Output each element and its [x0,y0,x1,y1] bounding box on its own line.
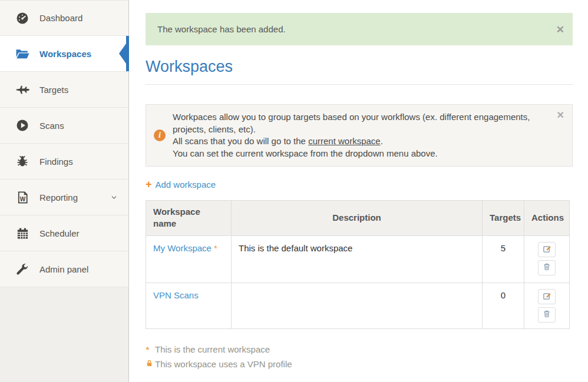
info-box: i Workpaces allow you to group targets b… [146,104,573,167]
trash-icon [543,263,551,273]
table-header-row: Workspace name Description Targets Actio… [146,201,570,236]
success-alert: The workspace has been added. ✕ [146,13,573,45]
info-line-2-prefix: All scans that you do will go to the [173,136,308,146]
info-line-1: Workpaces allow you to group targets bas… [173,111,549,135]
fighter-jet-icon [12,82,32,97]
add-workspace-label: Add workspace [156,180,216,190]
workspace-link[interactable]: VPN Scans [153,290,199,300]
sidebar: Dashboard Workspaces Targets [0,0,129,382]
trash-icon [543,310,551,320]
workspace-name-cell: VPN Scans [146,283,232,328]
column-header-targets: Targets [483,201,524,236]
svg-text:W: W [19,195,25,202]
info-line-3: You can set the current workspace from t… [173,148,549,160]
sidebar-item-label: Dashboard [39,13,82,23]
actions-cell [524,283,570,328]
delete-workspace-button[interactable] [538,307,556,323]
sidebar-item-label: Reporting [39,192,78,202]
lock-icon [146,359,153,369]
main-content: The workspace has been added. ✕ Workspac… [129,0,588,382]
heading-divider [146,84,573,85]
footnote-vpn-profile: This workspace uses a VPN profile [146,359,573,369]
info-line-2: All scans that you do will go to the cur… [173,135,549,148]
edit-workspace-button[interactable] [538,242,556,257]
sidebar-item-scans[interactable]: Scans [0,108,128,144]
current-workspace-marker: * [214,243,217,253]
sidebar-item-label: Scans [39,121,64,131]
sidebar-item-label: Scheduler [39,228,80,238]
sidebar-item-reporting[interactable]: W Reporting [0,180,128,215]
table-row: VPN Scans 0 [146,283,570,328]
footnote-current-workspace: * This is the current workspace [146,343,573,356]
folder-open-icon [12,46,32,61]
edit-workspace-button[interactable] [538,289,556,304]
sidebar-item-label: Findings [39,157,73,167]
page-title: Workspaces [146,55,573,76]
sidebar-item-workspaces[interactable]: Workspaces [0,36,128,72]
plus-icon: + [146,179,152,190]
chevron-down-icon [110,194,118,201]
sidebar-item-dashboard[interactable]: Dashboard [0,0,128,36]
asterisk-icon: * [146,343,150,356]
footnote-text: This workspace uses a VPN profile [155,359,292,369]
sidebar-item-targets[interactable]: Targets [0,72,128,108]
sidebar-item-findings[interactable]: Findings [0,144,128,180]
close-icon[interactable]: ✕ [556,24,564,34]
calendar-icon [12,227,32,240]
column-header-workspace-name: Workspace name [146,201,232,236]
info-line-2-suffix: . [381,136,383,146]
targets-count: 0 [483,283,524,328]
add-workspace-button[interactable]: + Add workspace [146,179,216,190]
alert-message: The workspace has been added. [157,24,286,34]
current-workspace-link[interactable]: current workspace [308,136,381,146]
sidebar-item-admin-panel[interactable]: Admin panel [0,251,128,287]
app-window: Dashboard Workspaces Targets [0,0,588,382]
sidebar-item-label: Targets [39,85,68,95]
word-document-icon: W [12,191,32,204]
column-header-actions: Actions [524,201,570,236]
workspaces-table: Workspace name Description Targets Actio… [146,200,570,329]
targets-count: 5 [483,235,524,283]
workspace-link[interactable]: My Workspace [153,243,212,253]
table-row: My Workspace * This is the default works… [146,235,570,283]
description-cell: This is the default workspace [232,235,483,283]
actions-cell [524,235,570,283]
dashboard-icon [12,11,32,25]
table-footnotes: * This is the current workspace This wor… [146,343,573,369]
sidebar-item-label: Admin panel [39,264,88,274]
play-circle-icon [12,118,32,132]
footnote-text: This is the current workspace [155,344,270,354]
info-box-text: Workpaces allow you to group targets bas… [173,111,549,160]
close-icon[interactable]: ✕ [557,111,564,120]
sidebar-item-scheduler[interactable]: Scheduler [0,215,128,251]
wrench-icon [12,262,32,276]
column-header-description: Description [232,201,483,236]
edit-icon [543,291,551,302]
edit-icon [543,244,551,255]
workspace-name-cell: My Workspace * [146,235,232,283]
info-icon: i [154,129,166,141]
delete-workspace-button[interactable] [538,260,556,275]
sidebar-item-label: Workspaces [39,49,91,59]
bug-icon [12,154,32,168]
description-cell [232,283,483,328]
